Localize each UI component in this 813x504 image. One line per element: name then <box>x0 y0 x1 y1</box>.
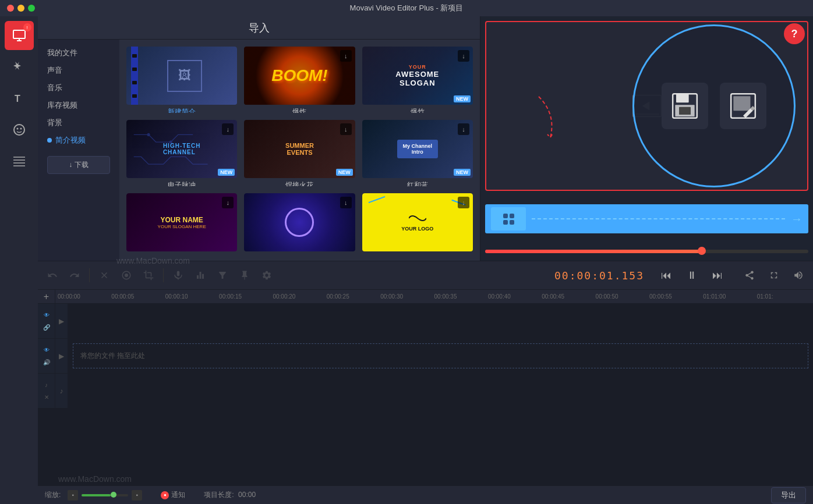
preview-bottom-hint: → <box>480 196 813 242</box>
share-btn[interactable] <box>740 265 759 285</box>
drop-zone[interactable]: 将您的文件 拖至此处 <box>73 343 808 368</box>
video-track-icon-2: ▶ <box>59 352 64 360</box>
template-card-9[interactable]: YOUR LOGO ↓ <box>362 193 473 254</box>
nav-my-files[interactable]: 我的文件 <box>38 44 119 62</box>
edit-project-btn[interactable] <box>720 83 766 129</box>
tick-0: 00:00:00 <box>58 293 111 300</box>
track-music-3[interactable]: ♪ <box>41 379 52 390</box>
zoom-out-btn[interactable]: ▪ <box>68 490 78 501</box>
track-mute-3[interactable]: ✕ <box>41 392 52 402</box>
track-eye-1[interactable]: 👁 <box>41 310 52 320</box>
template-thumb-7: YOUR NAME YOUR SLOGAN HERE ↓ <box>126 193 237 251</box>
template-card-4[interactable]: HIGH-TECHCHANNEL ↓ NEW 电子脉冲 <box>126 120 237 186</box>
template-label-6: 红和蓝 <box>362 180 473 186</box>
tick-20: 00:00:20 <box>273 293 326 300</box>
settings-btn[interactable] <box>257 265 277 285</box>
nav-audio[interactable]: 声音 <box>38 62 119 79</box>
svg-point-2 <box>14 125 24 135</box>
track-side-2: ▶ <box>55 339 68 373</box>
track-content-2[interactable]: 将您的文件 拖至此处 <box>68 339 813 373</box>
timeline-section: + 00:00:00 00:00:05 00:00:10 00:00:15 00… <box>38 290 813 485</box>
import-header: 导入 <box>38 16 480 40</box>
template-label-1: 新建简介 <box>126 107 237 113</box>
filter-btn[interactable] <box>213 265 232 285</box>
export-button[interactable]: 导出 <box>771 487 806 503</box>
sidebar-icon-magic[interactable] <box>5 52 34 81</box>
progress-thumb[interactable] <box>698 247 706 255</box>
template-card-6[interactable]: My ChannelIntro ↓ NEW 红和蓝 <box>362 120 473 186</box>
undo-btn[interactable] <box>43 265 62 285</box>
track-content-3[interactable] <box>68 374 813 408</box>
track-row-1: 👁 🔗 ▶ <box>38 304 813 339</box>
nav-intro-video[interactable]: 简介视频 <box>38 132 119 149</box>
template-thumb-1: 🖼 <box>126 47 237 105</box>
import-title: 导入 <box>249 21 270 35</box>
track-content-1[interactable] <box>68 304 813 338</box>
notification-badge: ! <box>23 23 31 31</box>
equalizer-btn[interactable] <box>190 265 210 285</box>
dashed-line <box>532 218 785 219</box>
pin-btn[interactable] <box>235 265 254 285</box>
playback-progress <box>480 242 813 261</box>
track-row-3: ♪ ✕ ♪ <box>38 374 813 409</box>
track-eye-2[interactable]: 👁 <box>41 345 52 355</box>
traffic-lights <box>7 5 35 12</box>
play-pause-btn[interactable]: ⏸ <box>681 265 702 286</box>
fullscreen-btn[interactable] <box>764 265 784 285</box>
download-button[interactable]: ↓ 下载 <box>47 156 110 174</box>
preview-panel: → <box>480 16 813 261</box>
block-dot <box>510 214 514 218</box>
zoom-in-btn[interactable]: ▪ <box>132 490 142 501</box>
audio-btn[interactable] <box>168 265 188 285</box>
sidebar-icon-stickers[interactable] <box>5 115 34 144</box>
zoom-thumb[interactable] <box>111 492 116 498</box>
volume-btn[interactable] <box>789 265 808 285</box>
status-bar: 缩放: ▪ ▪ ● 通知 项目长度: 00:00 导出 <box>38 485 813 504</box>
sidebar-icon-import[interactable]: ! <box>5 21 34 50</box>
template-card-3[interactable]: YOUR AWESOME SLOGAN ↓ NEW 爆竹 <box>362 47 473 113</box>
zoom-fill <box>82 494 111 496</box>
ruler-ticks: 00:00:00 00:00:05 00:00:10 00:00:15 00:0… <box>55 293 813 300</box>
help-button[interactable]: ? <box>784 23 805 44</box>
block-dots <box>501 211 517 227</box>
template-card-8[interactable]: ↓ <box>244 193 355 254</box>
block-dot <box>503 220 508 225</box>
save-project-btn[interactable] <box>662 83 708 129</box>
nav-stock-video[interactable]: 库存视频 <box>38 97 119 114</box>
template-thumb-2: BOOM! ↓ <box>244 47 355 105</box>
progress-fill <box>485 250 702 253</box>
crop-btn[interactable] <box>139 265 158 285</box>
nav-music[interactable]: 音乐 <box>38 79 119 97</box>
track-lock-1[interactable]: 🔗 <box>41 322 52 332</box>
template-card-1[interactable]: 🖼 新建简介 <box>126 47 237 113</box>
fullscreen-btn[interactable] <box>28 5 35 12</box>
tick-end: 01:01: <box>757 293 811 300</box>
template-card-5[interactable]: SUMMEREVENTS ↓ NEW 焊接火花 <box>244 120 355 186</box>
timeline-tracks: 👁 🔗 ▶ 👁 🔊 ▶ <box>38 304 813 485</box>
notify-badge[interactable]: ● 通知 <box>161 490 185 500</box>
cut-btn[interactable] <box>94 265 114 285</box>
download-badge-9: ↓ <box>458 197 469 208</box>
template-card-2[interactable]: BOOM! ↓ 爆炸 <box>244 47 355 113</box>
svg-point-4 <box>20 128 22 130</box>
redo-btn[interactable] <box>65 265 84 285</box>
close-btn[interactable] <box>7 5 14 12</box>
nav-background[interactable]: 背景 <box>38 114 119 132</box>
minimize-btn[interactable] <box>17 5 24 12</box>
skip-forward-btn[interactable]: ⏭ <box>707 265 728 286</box>
zoom-slider[interactable] <box>82 494 128 496</box>
track-lock-2[interactable]: 🔊 <box>41 357 52 367</box>
color-btn[interactable] <box>116 265 136 285</box>
audio-track-icon-3: ♪ <box>60 387 63 395</box>
track-side-1: ▶ <box>55 304 68 338</box>
sidebar-icon-titles[interactable]: T <box>5 84 34 113</box>
skip-back-btn[interactable]: ⏮ <box>656 265 677 286</box>
timeline-block-hint: → <box>485 204 808 233</box>
progress-bar[interactable] <box>485 250 808 253</box>
spiral-graphic <box>285 208 314 237</box>
template-label-3: 爆竹 <box>362 107 473 113</box>
add-track-btn[interactable]: + <box>38 290 55 304</box>
track-row-2: 👁 🔊 ▶ 将您的文件 拖至此处 <box>38 339 813 374</box>
template-card-7[interactable]: YOUR NAME YOUR SLOGAN HERE ↓ <box>126 193 237 254</box>
sidebar-icon-transitions[interactable] <box>5 147 34 176</box>
